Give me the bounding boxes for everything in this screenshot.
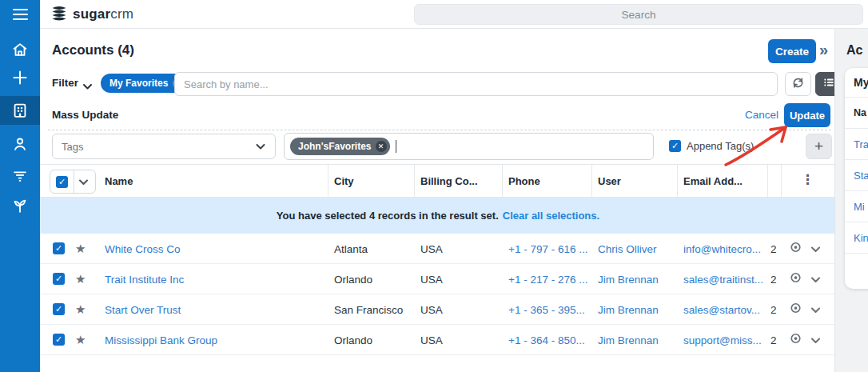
sugarcrm-stack-icon [50,3,69,26]
mass-update-field-select[interactable]: Tags [52,134,276,159]
dashlet-item-link[interactable]: Kin [845,222,868,254]
email-link[interactable]: support@miss... [683,334,762,346]
home-icon [11,41,29,58]
remove-tag-icon[interactable]: ✕ [376,141,387,152]
row-expand-chevron-icon[interactable] [810,333,821,347]
dashlet-item-link[interactable]: Tra [845,129,868,160]
email-link[interactable]: sales@startov... [683,303,760,315]
append-tags-label: Append Tag(s) [687,140,754,152]
plus-icon [10,68,30,87]
hamburger-menu-button[interactable] [0,0,40,29]
column-header-name[interactable]: Name [105,175,133,187]
account-name-link[interactable]: White Cross Co [105,242,181,254]
count-cell: 2 [770,242,777,254]
account-name-link[interactable]: Mississippi Bank Group [105,334,217,346]
global-search-input[interactable] [415,5,862,24]
select-all-chevron-icon[interactable] [78,174,89,189]
user-link[interactable]: Chris Olliver [598,242,657,254]
filter-dropdown-label[interactable]: Filter [52,77,78,89]
chevron-down-icon [255,139,266,154]
row-expand-chevron-icon[interactable] [810,272,821,286]
phone-link[interactable]: +1 - 364 - 850... [508,334,585,346]
cancel-button[interactable]: Cancel [745,109,778,121]
accounts-list-view: Accounts (4) Create » Filter My Favorite… [40,29,836,372]
refresh-icon [791,76,805,93]
create-button[interactable]: Create [768,39,816,63]
preview-eye-icon[interactable] [790,241,802,256]
email-link[interactable]: sales@traitinst... [683,273,763,285]
column-header-billing[interactable]: Billing Co... [420,175,478,187]
row-checkbox[interactable]: ✓ [53,242,65,254]
phone-link[interactable]: +1 - 365 - 395... [508,303,585,315]
update-button[interactable]: Update [784,103,830,127]
select-all-checkbox[interactable]: ✓ [56,176,68,188]
page-title: Accounts (4) [52,42,134,58]
table-row: ✓ ★ Trait Institute Inc Orlando USA +1 -… [40,264,836,294]
preview-eye-icon[interactable] [790,302,802,317]
search-by-name-input[interactable] [175,73,777,95]
text-cursor [396,140,397,153]
preview-eye-icon[interactable] [790,271,802,286]
dashed-divider [48,130,831,130]
row-expand-chevron-icon[interactable] [810,302,821,317]
favorite-star-icon[interactable]: ★ [75,272,86,286]
row-checkbox[interactable]: ✓ [53,273,65,285]
filter-chevron-down-icon[interactable] [82,79,93,94]
tag-chip-label: John'sFavorites [298,141,372,152]
sidebar-item-create[interactable] [0,63,40,92]
table-row: ✓ ★ Mississippi Bank Group Orlando USA +… [40,325,836,355]
sidebar-item-contacts[interactable] [0,130,40,158]
contacts-person-icon [11,135,29,153]
field-select-value: Tags [62,141,83,153]
dashlet-item-link[interactable]: Sta [845,160,868,191]
selection-banner: You have selected 4 records in the resul… [40,198,836,234]
refresh-button[interactable] [785,72,811,96]
favorite-star-icon[interactable]: ★ [75,333,86,347]
selection-banner-text: You have selected 4 records in the resul… [277,210,499,222]
column-header-phone[interactable]: Phone [508,175,540,187]
accounts-building-icon [11,102,29,119]
add-row-button[interactable]: + [806,134,832,159]
column-header-city[interactable]: City [334,175,354,187]
sidebar-item-leads[interactable] [0,191,40,220]
clear-selections-link[interactable]: Clear all selections. [503,210,599,222]
user-link[interactable]: Jim Brennan [598,334,659,346]
user-link[interactable]: Jim Brennan [598,273,659,285]
sidebar-item-filters[interactable] [0,161,40,190]
city-cell: Atlanta [334,242,368,254]
column-header-email[interactable]: Email Add... [683,175,743,187]
dashlet-title: My [845,68,868,98]
sidebar-item-home[interactable] [0,35,40,64]
favorite-star-icon[interactable]: ★ [75,242,86,256]
filter-pill-label: My Favorites [109,78,168,89]
list-search [174,72,778,96]
column-settings-kebab-icon[interactable]: ⋮ [801,171,814,188]
append-tags-checkbox[interactable]: ✓ [669,140,681,152]
right-dashboard-panel: Ac My Na Tra Sta Mi Kin [834,29,868,372]
tags-input-field[interactable]: John'sFavorites ✕ [284,133,654,160]
sprout-icon [11,197,29,214]
sidebar-item-accounts[interactable] [0,96,40,125]
expand-panel-icon[interactable]: » [819,41,826,59]
billing-cell: USA [420,334,443,346]
phone-link[interactable]: +1 - 217 - 276 ... [508,273,587,285]
table-row: ✓ ★ White Cross Co Atlanta USA +1 - 797 … [40,234,836,264]
row-checkbox[interactable]: ✓ [53,303,65,315]
preview-eye-icon[interactable] [790,332,802,347]
user-link[interactable]: Jim Brennan [598,303,659,315]
email-link[interactable]: info@whitecro... [683,242,761,254]
row-expand-chevron-icon[interactable] [810,242,821,256]
phone-link[interactable]: +1 - 797 - 616 ... [508,242,587,254]
account-name-link[interactable]: Start Over Trust [105,303,181,315]
count-cell: 2 [770,303,777,315]
favorite-star-icon[interactable]: ★ [75,302,86,317]
billing-cell: USA [420,242,443,254]
select-all-control[interactable]: ✓ [50,170,96,194]
dashlet-item-link[interactable]: Mi [845,191,868,222]
column-header-user[interactable]: User [598,175,621,187]
account-name-link[interactable]: Trait Institute Inc [105,273,184,285]
row-checkbox[interactable]: ✓ [53,334,65,346]
table-row: ✓ ★ Start Over Trust San Francisco USA +… [40,294,836,325]
filter-lines-icon [11,166,29,184]
table-header-row: ✓ Name City Billing Co... Phone User Ema… [40,164,836,198]
